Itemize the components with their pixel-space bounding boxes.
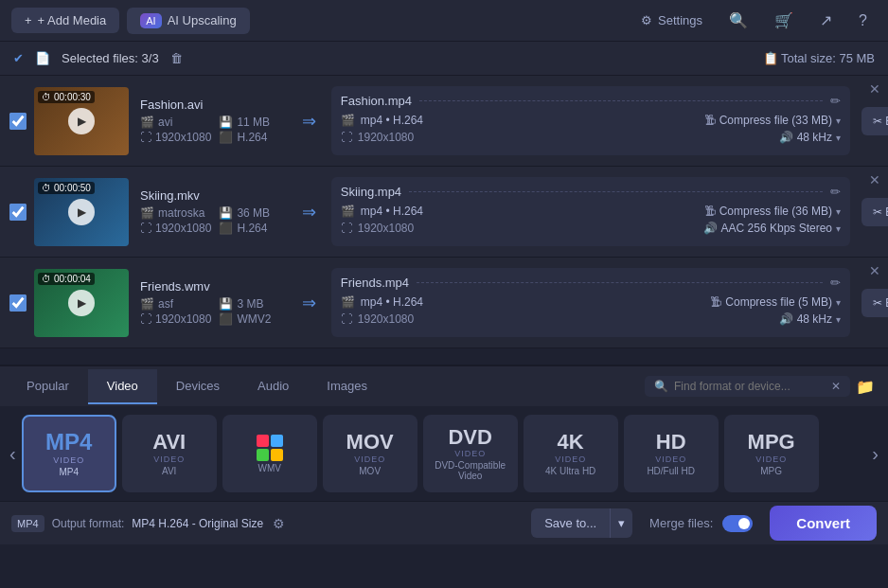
- media-item: ✕ ⏱00:00:50 ▶ Skiing.mkv 🎬 matroska 💾 36…: [0, 167, 888, 258]
- save-to-button[interactable]: Save to... ▾: [531, 508, 632, 538]
- search-icon: 🔍: [654, 380, 668, 393]
- folder-button[interactable]: 📁: [850, 376, 880, 398]
- audio-value: 48 kHz: [797, 131, 832, 144]
- ai-upscaling-button[interactable]: AI AI Upscaling: [127, 8, 249, 34]
- format-card-hd[interactable]: HD VIDEO HD/Full HD: [624, 415, 719, 492]
- share-button[interactable]: ↗: [810, 6, 842, 35]
- output-format-row: 🎬 mp4 • H.264: [341, 295, 423, 309]
- input-filename: Fashion.avi: [140, 98, 291, 112]
- output-compress[interactable]: 🗜 Compress file (36 MB) ▾: [704, 205, 841, 218]
- output-format-info: MP4 Output format: MP4 H.264 - Original …: [11, 515, 263, 532]
- output-audio[interactable]: 🔊 48 kHz ▾: [779, 131, 841, 144]
- format-prev-button[interactable]: ‹: [4, 443, 22, 465]
- close-item-button[interactable]: ✕: [869, 172, 880, 187]
- media-checkbox[interactable]: [9, 294, 27, 312]
- format-card-mpg[interactable]: MPG VIDEO MPG: [724, 415, 819, 492]
- play-button[interactable]: ▶: [68, 290, 95, 316]
- edit-filename-icon[interactable]: ✏: [830, 276, 841, 290]
- format-card-label: 4K Ultra HD: [545, 466, 595, 476]
- add-media-button[interactable]: + + Add Media: [11, 8, 119, 33]
- ai-upscaling-label: AI Upscaling: [168, 13, 237, 27]
- format-section: Popular Video Devices Audio Images 🔍 ✕ 📁…: [0, 365, 888, 501]
- tab-audio[interactable]: Audio: [239, 369, 308, 404]
- play-button[interactable]: ▶: [68, 199, 95, 225]
- output-format-value: mp4 • H.264: [361, 205, 423, 218]
- edit-button[interactable]: ✂ Edit: [861, 107, 888, 135]
- compress-dropdown-arrow: ▾: [836, 297, 841, 308]
- output-audio[interactable]: 🔊 48 kHz ▾: [779, 312, 841, 326]
- format-icon: 🎬: [140, 297, 154, 311]
- delete-icon[interactable]: 🗑: [170, 51, 183, 65]
- format-card-label: DVD-Compatible Video: [429, 460, 512, 481]
- output-format-row: 🎬 mp4 • H.264: [341, 114, 423, 127]
- media-checkbox[interactable]: [9, 113, 27, 130]
- add-media-label: + Add Media: [38, 13, 107, 27]
- play-button[interactable]: ▶: [68, 108, 95, 134]
- format-icon: 🎬: [140, 206, 154, 220]
- resolution-prop: ⛶ 1920x1080: [140, 222, 211, 235]
- format-value: matroska: [158, 206, 204, 220]
- check-icon: ✔: [13, 51, 24, 65]
- help-button[interactable]: ?: [849, 7, 877, 35]
- close-item-button[interactable]: ✕: [869, 263, 880, 278]
- format-card-4k[interactable]: 4K VIDEO 4K Ultra HD: [524, 415, 618, 492]
- format-card-mp4[interactable]: MP4 VIDEO MP4: [22, 415, 116, 492]
- resolution-out-icon: ⛶: [341, 131, 352, 144]
- edit-button[interactable]: ✂ Edit: [861, 289, 888, 317]
- resolution-out-icon: ⛶: [341, 222, 352, 235]
- save-dropdown-arrow[interactable]: ▾: [610, 508, 632, 538]
- resolution-prop: ⛶ 1920x1080: [140, 131, 211, 144]
- output-compress[interactable]: 🗜 Compress file (5 MB) ▾: [710, 295, 841, 309]
- edit-filename-icon[interactable]: ✏: [830, 94, 841, 108]
- format-card-wmv[interactable]: WMV: [222, 415, 317, 492]
- output-compress[interactable]: 🗜 Compress file (33 MB) ▾: [704, 114, 841, 127]
- thumbnail[interactable]: ⏱00:00:04 ▶: [34, 269, 129, 337]
- output-audio[interactable]: 🔊 AAC 256 Kbps Stereo ▾: [703, 222, 841, 235]
- search-button[interactable]: 🔍: [719, 6, 757, 35]
- size-icon: 💾: [219, 297, 233, 311]
- format-value: avi: [158, 116, 172, 129]
- format-next-button[interactable]: ›: [866, 443, 884, 465]
- output-format-value: mp4 • H.264: [361, 295, 423, 309]
- convert-button[interactable]: Convert: [770, 506, 877, 541]
- duration-label: ⏱00:00:50: [38, 182, 95, 194]
- size-value: 11 MB: [237, 116, 270, 129]
- edit-filename-icon[interactable]: ✏: [830, 185, 841, 199]
- tab-popular[interactable]: Popular: [8, 369, 88, 404]
- settings-button[interactable]: ⚙ Settings: [631, 8, 712, 33]
- close-item-button[interactable]: ✕: [869, 81, 880, 97]
- format-settings-button[interactable]: ⚙: [273, 516, 285, 531]
- format-card-dvd[interactable]: DVD VIDEO DVD-Compatible Video: [423, 415, 518, 492]
- compress-label: Compress file (36 MB): [719, 205, 832, 218]
- format-search-box: 🔍 ✕: [645, 376, 850, 397]
- format-grid-container: ‹ MP4 VIDEO MP4 AVI VIDEO AVI WMV MOV VI…: [0, 406, 888, 501]
- size-icon: 💾: [219, 116, 233, 129]
- merge-toggle[interactable]: [722, 515, 753, 532]
- duration-label: ⏱00:00:04: [38, 273, 95, 285]
- convert-arrow-icon: ⇒: [302, 202, 316, 223]
- audio-value: 48 kHz: [797, 312, 832, 326]
- size-prop: 💾 36 MB: [219, 206, 290, 220]
- thumbnail[interactable]: ⏱00:00:30 ▶: [34, 87, 129, 155]
- format-icon: 4K VIDEO: [555, 431, 586, 463]
- toolbar: + + Add Media AI AI Upscaling ⚙ Settings…: [0, 0, 888, 42]
- tab-devices[interactable]: Devices: [157, 369, 239, 404]
- format-prop: 🎬 matroska: [140, 206, 211, 220]
- media-checkbox[interactable]: [9, 204, 27, 221]
- codec-icon: ⬛: [219, 312, 233, 326]
- format-card-mov[interactable]: MOV VIDEO MOV: [323, 415, 417, 492]
- output-filename: Friends.mp4: [341, 276, 409, 290]
- convert-arrow-icon: ⇒: [302, 293, 316, 313]
- codec-prop: ⬛ H.264: [219, 131, 290, 144]
- tab-video[interactable]: Video: [88, 369, 157, 404]
- thumbnail[interactable]: ⏱00:00:50 ▶: [34, 178, 129, 246]
- clear-search-button[interactable]: ✕: [831, 380, 841, 393]
- resolution-icon: ⛶: [140, 131, 151, 144]
- cart-button[interactable]: 🛒: [765, 6, 803, 35]
- format-search-input[interactable]: [674, 380, 826, 393]
- tab-images[interactable]: Images: [308, 369, 386, 404]
- file-meta: Friends.wmv 🎬 asf 💾 3 MB ⛶ 1920x1080 ⬛ W…: [140, 279, 291, 326]
- format-card-avi[interactable]: AVI VIDEO AVI: [122, 415, 217, 492]
- format-card-label: AVI: [162, 466, 176, 476]
- edit-button[interactable]: ✂ Edit: [861, 198, 888, 226]
